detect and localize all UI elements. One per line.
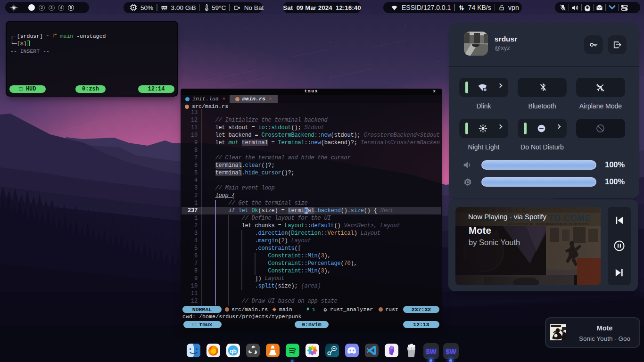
svg-text:qb: qb (230, 348, 237, 354)
